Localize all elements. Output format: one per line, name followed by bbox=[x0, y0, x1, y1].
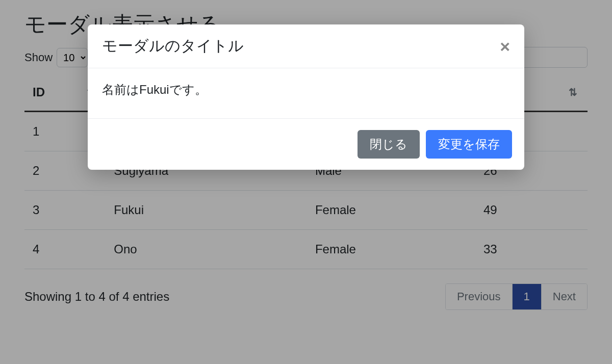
modal-backdrop[interactable]: モーダルのタイトル × 名前はFukuiです。 閉じる 変更を保存 bbox=[0, 0, 612, 364]
save-button[interactable]: 変更を保存 bbox=[426, 130, 512, 159]
close-icon[interactable]: × bbox=[500, 38, 510, 55]
modal-body: 名前はFukuiです。 bbox=[88, 68, 524, 119]
close-button[interactable]: 閉じる bbox=[358, 130, 420, 159]
modal-title: モーダルのタイトル bbox=[102, 36, 244, 57]
modal-dialog: モーダルのタイトル × 名前はFukuiです。 閉じる 変更を保存 bbox=[88, 24, 524, 170]
